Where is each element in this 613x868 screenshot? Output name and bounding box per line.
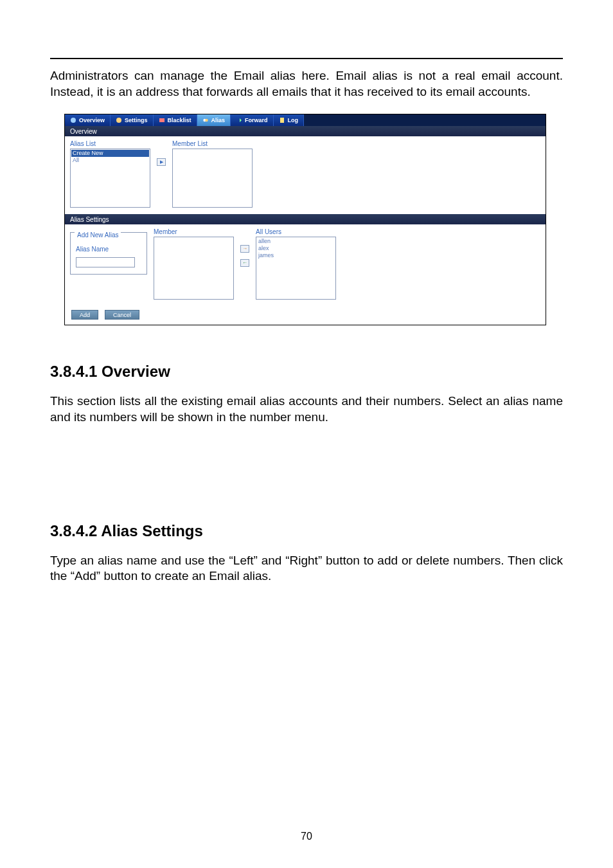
tab-forward-label: Forward: [245, 117, 268, 123]
settings-member-column: Member: [154, 228, 234, 300]
tab-alias[interactable]: Alias: [197, 114, 231, 126]
tab-overview[interactable]: Overview: [65, 114, 111, 126]
member-list-column: Member List: [172, 140, 253, 208]
alias-list-column: Alias List Create New All: [70, 140, 150, 208]
tab-settings-label: Settings: [125, 117, 148, 123]
cancel-button[interactable]: Cancel: [105, 310, 139, 320]
intro-paragraph: Administrators can manage the Email alia…: [50, 68, 563, 100]
tab-blacklist-label: Blacklist: [168, 117, 191, 123]
button-row: Add Cancel: [65, 306, 546, 325]
add-button[interactable]: Add: [71, 310, 98, 320]
alias-settings-panel: Add New Alias Alias Name Member → ←: [65, 224, 546, 306]
log-icon: [279, 117, 285, 123]
move-right-button[interactable]: →: [240, 245, 249, 253]
svg-point-0: [71, 118, 76, 123]
alias-settings-section-title: Alias Settings: [70, 216, 109, 223]
member-list-label: Member List: [172, 140, 253, 147]
all-users-column: All Users allen alex james: [256, 228, 336, 300]
blacklist-icon: [159, 117, 165, 123]
alias-settings-section-bar: Alias Settings: [65, 214, 546, 224]
tab-bar-filler: [304, 114, 546, 126]
tab-bar: Overview Settings Blacklist Alias Forwar…: [65, 114, 546, 126]
overview-move-right-button[interactable]: [157, 158, 166, 166]
overview-section-bar: Overview: [65, 126, 546, 136]
svg-point-1: [116, 118, 121, 123]
alias-icon: [202, 117, 209, 123]
tab-overview-label: Overview: [79, 117, 105, 123]
user-item[interactable]: james: [257, 252, 335, 259]
tab-settings[interactable]: Settings: [111, 114, 154, 126]
alias-list[interactable]: Create New All: [70, 149, 150, 208]
svg-point-4: [205, 119, 208, 122]
member-list[interactable]: [172, 149, 253, 208]
heading-overview: 3.8.4.1 Overview: [50, 363, 563, 381]
overview-panel: Alias List Create New All Member List: [65, 136, 546, 214]
tab-blacklist[interactable]: Blacklist: [154, 114, 197, 126]
heading-alias-settings: 3.8.4.2 Alias Settings: [50, 522, 563, 540]
tab-log-label: Log: [288, 117, 299, 123]
settings-icon: [116, 117, 122, 123]
overview-arrow-column: [157, 140, 166, 166]
all-users-list[interactable]: allen alex james: [256, 237, 336, 300]
overview-section-title: Overview: [70, 128, 97, 135]
tab-alias-label: Alias: [211, 117, 226, 123]
alias-name-label: Alias Name: [76, 246, 141, 253]
top-rule: [50, 58, 563, 59]
svg-rect-2: [159, 118, 164, 122]
all-users-label: All Users: [256, 228, 336, 235]
overview-icon: [70, 117, 76, 123]
alias-name-input[interactable]: [76, 257, 135, 267]
alias-screenshot: Overview Settings Blacklist Alias Forwar…: [64, 114, 546, 325]
user-item[interactable]: allen: [257, 238, 335, 245]
add-new-alias-legend: Add New Alias: [75, 231, 121, 239]
page-number: 70: [0, 831, 613, 842]
add-new-alias-fieldset: Add New Alias Alias Name: [70, 232, 147, 275]
alias-list-label: Alias List: [70, 140, 150, 147]
forward-icon: [236, 117, 242, 123]
settings-member-label: Member: [154, 228, 234, 235]
tab-log[interactable]: Log: [274, 114, 305, 126]
settings-arrow-column: → ←: [240, 228, 249, 267]
user-item[interactable]: alex: [257, 245, 335, 252]
alias-list-create-new[interactable]: Create New: [71, 150, 149, 157]
settings-body: Type an alias name and use the “Left” an…: [50, 553, 563, 584]
overview-body: This section lists all the existing emai…: [50, 393, 563, 425]
settings-member-list[interactable]: [154, 237, 234, 300]
tab-forward[interactable]: Forward: [231, 114, 274, 126]
alias-list-all[interactable]: All: [71, 157, 149, 164]
move-left-button[interactable]: ←: [240, 259, 249, 267]
